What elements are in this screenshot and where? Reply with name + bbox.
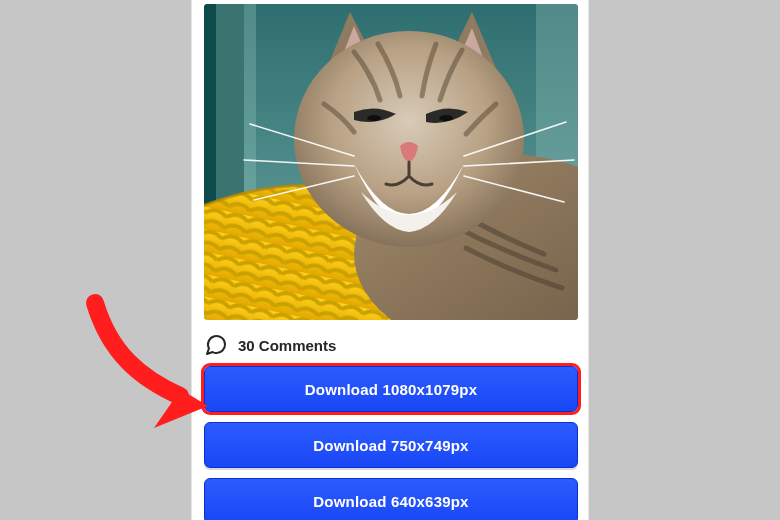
download-button-label: Download 750x749px (313, 437, 468, 454)
comment-icon (204, 333, 228, 357)
comments-row[interactable]: 30 Comments (204, 326, 578, 364)
stage: 30 Comments Download 1080x1079px Downloa… (0, 0, 780, 520)
download-button-750[interactable]: Download 750x749px (204, 422, 578, 468)
download-button-label: Download 640x639px (313, 493, 468, 510)
post-card: 30 Comments Download 1080x1079px Downloa… (191, 0, 589, 520)
comments-count: 30 Comments (238, 337, 336, 354)
download-buttons: Download 1080x1079px Download 750x749px … (204, 366, 578, 520)
post-image[interactable] (204, 4, 578, 320)
svg-point-8 (439, 115, 453, 121)
download-button-1080[interactable]: Download 1080x1079px (204, 366, 578, 412)
download-button-label: Download 1080x1079px (305, 381, 477, 398)
download-button-640[interactable]: Download 640x639px (204, 478, 578, 520)
cat-photo-svg (204, 4, 578, 320)
svg-point-7 (367, 115, 381, 121)
